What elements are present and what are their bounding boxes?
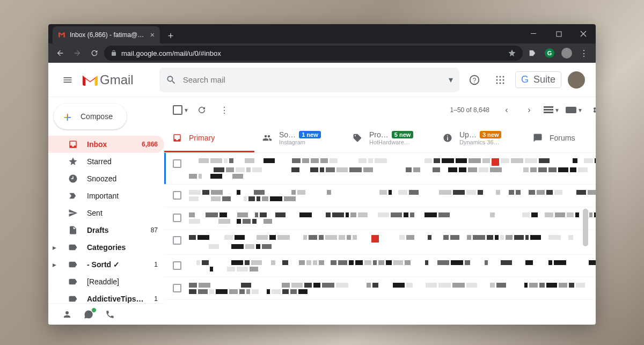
main-panel: ▼ ⋮ 1–50 of 8,648 ‹ › ▼ ▼ PrimarySo…1 ne… (164, 97, 596, 325)
tab-subtext: Instagram (279, 139, 321, 145)
hangouts-phone-icon[interactable] (105, 310, 115, 319)
tab-icon (532, 133, 543, 143)
sidebar-item-starred[interactable]: Starred (48, 153, 164, 170)
row-checkbox[interactable] (173, 191, 181, 200)
search-box[interactable]: ▾ (159, 68, 459, 92)
message-row[interactable] (164, 207, 596, 230)
tab-primary[interactable]: Primary (164, 123, 254, 152)
label-icon (68, 276, 78, 287)
hangouts-contacts-icon[interactable] (62, 310, 72, 319)
sidebar-item--sortd-[interactable]: ▸- Sortd ✓1 (48, 256, 164, 273)
row-checkbox[interactable] (173, 214, 181, 222)
sidebar-item-label: AddictiveTips: Wind (87, 295, 145, 303)
browser-tab[interactable]: Inbox (6,866) - fatima@additive… × (53, 26, 160, 43)
svg-point-12 (502, 82, 504, 84)
hangouts-chat-icon[interactable] (84, 310, 93, 319)
account-avatar[interactable] (566, 69, 587, 91)
search-options-icon[interactable]: ▾ (449, 75, 453, 85)
grammarly-extension-icon[interactable]: G (542, 46, 557, 61)
sidebar-item-count: 87 (151, 226, 158, 234)
message-row[interactable] (164, 230, 596, 255)
row-checkbox[interactable] (173, 159, 181, 168)
profile-avatar-icon[interactable] (559, 46, 574, 61)
apps-grid-icon[interactable] (489, 69, 511, 91)
svg-rect-18 (447, 135, 448, 136)
split-pane-button[interactable]: ▼ (542, 100, 561, 120)
clock-icon (68, 173, 78, 184)
refresh-button[interactable] (192, 100, 211, 120)
tab-forums[interactable]: Forums (525, 123, 596, 152)
tab-pro[interactable]: Pro…5 newHotHardware… (345, 123, 435, 152)
row-checkbox[interactable] (173, 236, 181, 245)
scrollbar-thumb[interactable] (583, 209, 588, 246)
page-next-button[interactable]: › (519, 100, 539, 120)
sidebar-item-categories[interactable]: ▸Categories (48, 239, 164, 256)
support-button[interactable]: ? (464, 69, 485, 91)
sidebar-item-important[interactable]: Important (48, 187, 164, 204)
main-menu-button[interactable] (57, 69, 78, 91)
sidebar-item-sent[interactable]: Sent (48, 204, 164, 222)
new-badge: 1 new (299, 131, 321, 138)
svg-rect-16 (566, 107, 576, 113)
input-tools-button[interactable]: ▼ (565, 100, 584, 120)
sidebar-item-count: 1 (154, 261, 158, 268)
inbox-icon (68, 139, 78, 150)
message-list[interactable] (164, 153, 596, 325)
tab-so[interactable]: So…1 newInstagram (254, 123, 345, 152)
browser-menu-icon[interactable]: ⋮ (576, 46, 591, 61)
new-badge: 3 new (480, 131, 502, 138)
sidebar-item-inbox[interactable]: Inbox6,866 (48, 136, 164, 153)
gsuite-badge[interactable]: G G SuiteSuite (515, 71, 561, 88)
tab-label: So… (279, 130, 296, 139)
maximize-button[interactable] (546, 24, 571, 43)
svg-point-10 (496, 82, 497, 84)
back-button[interactable] (53, 46, 68, 61)
tab-label: Pro… (369, 130, 389, 139)
select-all-checkbox[interactable]: ▼ (173, 105, 189, 115)
bookmark-star-icon[interactable] (508, 49, 516, 57)
tab-up[interactable]: Up…3 newDynamics 36… (435, 123, 525, 152)
sidebar-item-drafts[interactable]: Drafts87 (48, 222, 164, 239)
sidebar-item-label: Drafts (87, 226, 142, 234)
forward-button[interactable] (70, 46, 85, 61)
svg-point-4 (496, 76, 497, 77)
tab-subtext: HotHardware… (369, 139, 413, 145)
message-row[interactable] (164, 255, 596, 277)
sidebar-item-label: Sent (87, 209, 149, 217)
svg-rect-14 (544, 109, 553, 111)
compose-label: Compose (80, 112, 113, 121)
label-icon (68, 242, 78, 253)
close-window-button[interactable] (571, 24, 596, 43)
new-tab-button[interactable]: + (163, 28, 178, 43)
extension-icon[interactable] (525, 46, 540, 61)
browser-toolbar: mail.google.com/mail/u/0/#inbox G ⋮ (48, 43, 596, 63)
sidebar-item--readdle-[interactable]: [Readdle] (48, 273, 164, 290)
sidebar-item-label: Important (87, 192, 149, 200)
message-row[interactable] (164, 277, 596, 300)
svg-rect-19 (447, 137, 448, 140)
address-bar[interactable]: mail.google.com/mail/u/0/#inbox (104, 46, 523, 61)
message-row[interactable] (164, 153, 596, 185)
gmail-logo[interactable]: Gmail (83, 72, 134, 87)
lock-icon (111, 50, 117, 56)
minimize-button[interactable] (522, 24, 546, 43)
category-tabs: PrimarySo…1 newInstagramPro…5 newHotHard… (164, 123, 596, 153)
sidebar-item-snoozed[interactable]: Snoozed (48, 170, 164, 187)
settings-button[interactable] (587, 100, 596, 120)
tab-icon (352, 133, 363, 143)
row-checkbox[interactable] (173, 261, 181, 270)
row-checkbox[interactable] (173, 284, 181, 292)
svg-point-8 (499, 79, 501, 80)
page-prev-button[interactable]: ‹ (497, 100, 516, 120)
compose-button[interactable]: Compose (54, 104, 127, 129)
more-button[interactable]: ⋮ (215, 100, 234, 120)
message-row[interactable] (164, 185, 596, 207)
search-input[interactable] (183, 75, 442, 84)
pager-text: 1–50 of 8,648 (450, 106, 489, 114)
browser-tab-title: Inbox (6,866) - fatima@additive… (70, 31, 146, 39)
tab-close-icon[interactable]: × (150, 31, 155, 39)
search-icon (166, 75, 177, 85)
star-icon (68, 156, 78, 167)
reload-button[interactable] (87, 46, 102, 61)
important-icon (68, 190, 78, 201)
